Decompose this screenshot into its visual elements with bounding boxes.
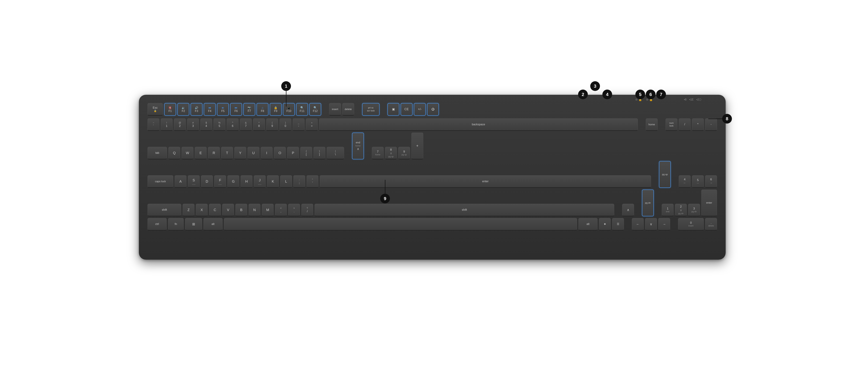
key-f8[interactable]: ⌂ F8 [256, 103, 268, 116]
key-right-arrow[interactable]: → [658, 218, 670, 230]
key-delete[interactable]: delete [342, 103, 354, 116]
key-7[interactable]: & 7 [240, 118, 252, 131]
key-numpad-1[interactable]: 1 end [662, 204, 674, 216]
key-u[interactable]: U [248, 147, 259, 159]
key-k[interactable]: K [267, 175, 279, 188]
key-r[interactable]: R [208, 147, 220, 159]
key-x[interactable]: X [196, 204, 208, 216]
key-numpad-5[interactable]: 5 — [692, 175, 704, 188]
key-a[interactable]: A [175, 175, 186, 188]
key-numpad-2[interactable]: 2 ∨ pg dn [675, 204, 687, 216]
key-2[interactable]: @ 2 [174, 118, 186, 131]
key-comma[interactable]: < , [275, 204, 287, 216]
key-q[interactable]: Q [168, 147, 180, 159]
key-m[interactable]: M [262, 204, 274, 216]
key-office[interactable]: ✦ [599, 218, 611, 230]
key-minus[interactable]: _ - [293, 118, 305, 131]
key-numpad-3[interactable]: 3 pg dn [688, 204, 700, 216]
key-b[interactable]: B [236, 204, 247, 216]
key-y[interactable]: Y [235, 147, 246, 159]
key-down-arrow[interactable]: ∨ [645, 218, 657, 230]
key-f7[interactable]: 📷 F7 [243, 103, 255, 116]
key-f[interactable]: F ___ [214, 175, 226, 188]
key-pgup[interactable]: pg up [659, 161, 671, 188]
key-4[interactable]: $ 4 [200, 118, 212, 131]
key-0[interactable]: ) 0 [279, 118, 291, 131]
key-quote[interactable]: " ' [307, 175, 318, 188]
key-numpad-plus[interactable]: + [411, 133, 423, 159]
key-numlock[interactable]: numlock [665, 118, 677, 131]
key-space[interactable] [224, 218, 577, 230]
key-numpad-8[interactable]: 8 ∧ pg up [385, 147, 397, 159]
key-numpad-6[interactable]: 6 → [705, 175, 717, 188]
key-backtick[interactable]: ~ ` [148, 118, 159, 131]
key-p[interactable]: P [287, 147, 299, 159]
key-up-arrow[interactable]: ∧ [622, 204, 634, 216]
key-numpad-9[interactable]: 9 pg up [398, 147, 410, 159]
key-home[interactable]: home [646, 118, 658, 131]
key-shift-left[interactable]: shift [148, 204, 181, 216]
key-z[interactable]: Z [183, 204, 194, 216]
key-special-1[interactable]: ▣ [388, 103, 399, 116]
key-f2[interactable]: 🔉 F2 [178, 103, 189, 116]
key-end[interactable]: endhome∧ [352, 133, 364, 159]
key-semicolon[interactable]: : ; [293, 175, 305, 188]
key-context[interactable]: ☰ [612, 218, 624, 230]
key-ce[interactable]: CE [401, 103, 412, 116]
key-1[interactable]: ! 1 [161, 118, 173, 131]
key-shift-right[interactable]: shift [315, 204, 614, 216]
key-numpad-7[interactable]: 7 home [372, 147, 384, 159]
key-numpad-star[interactable]: * [692, 118, 704, 131]
key-numpad-0[interactable]: 0 insert [678, 218, 704, 230]
key-c[interactable]: C [209, 204, 221, 216]
key-tab[interactable]: tab [148, 147, 167, 159]
key-n[interactable]: N [249, 204, 260, 216]
key-g[interactable]: G [227, 175, 239, 188]
key-d[interactable]: D [201, 175, 213, 188]
key-8[interactable]: * 8 [253, 118, 265, 131]
key-h[interactable]: H [241, 175, 252, 188]
key-f1[interactable]: 🔇 F1 [164, 103, 176, 116]
key-f9[interactable]: 🔒 F9 [270, 103, 282, 116]
key-j[interactable]: J ___ [254, 175, 266, 188]
key-f3[interactable]: 🔊 F3 [191, 103, 203, 116]
key-prtsc[interactable]: prt scscr lock [362, 103, 379, 116]
key-o[interactable]: O [274, 147, 286, 159]
key-v[interactable]: V [222, 204, 234, 216]
key-5[interactable]: % 5 [214, 118, 225, 131]
key-3[interactable]: # 3 [187, 118, 199, 131]
key-ctrl[interactable]: ctrl [148, 218, 167, 230]
key-plusminus[interactable]: +/- [414, 103, 426, 116]
key-numpad-enter[interactable]: enter [701, 190, 717, 216]
key-insert[interactable]: insert [329, 103, 341, 116]
key-numpad-slash[interactable]: / [679, 118, 690, 131]
key-i[interactable]: I [261, 147, 273, 159]
key-fn[interactable]: fn [168, 218, 184, 230]
key-numpad-4[interactable]: 4 ← [679, 175, 690, 188]
key-t[interactable]: T [221, 147, 233, 159]
key-period[interactable]: > . [288, 204, 300, 216]
key-backspace[interactable]: backspace [319, 118, 638, 131]
key-9[interactable]: ( 9 [266, 118, 278, 131]
key-alt-right[interactable]: alt [579, 218, 597, 230]
key-s[interactable]: S ___ [188, 175, 199, 188]
key-f12[interactable]: 🔍 F12 [309, 103, 321, 116]
key-enter[interactable]: enter [320, 175, 651, 188]
key-slash[interactable]: ? / [301, 204, 313, 216]
key-e[interactable]: E [195, 147, 207, 159]
key-left-arrow[interactable]: ← [632, 218, 644, 230]
key-esc[interactable]: Esc 🔒 [148, 103, 163, 116]
key-win[interactable]: ⊞ [185, 218, 202, 230]
key-pgdn[interactable]: pg dn [642, 190, 654, 216]
key-bracket-open[interactable]: { [ [300, 147, 312, 159]
key-f4[interactable]: ⏮ F4 [204, 103, 216, 116]
key-f6[interactable]: ⏭ F6 [230, 103, 242, 116]
key-w[interactable]: W [182, 147, 193, 159]
key-caps-lock[interactable]: caps lock [148, 175, 173, 188]
key-f5[interactable]: ⏯ F5 [217, 103, 229, 116]
key-equals[interactable]: + = [306, 118, 318, 131]
key-numpad-dot[interactable]: . delete [705, 218, 717, 230]
key-power[interactable]: ⏻ [427, 103, 439, 116]
key-l[interactable]: L [280, 175, 292, 188]
key-bracket-close[interactable]: } ] [313, 147, 325, 159]
